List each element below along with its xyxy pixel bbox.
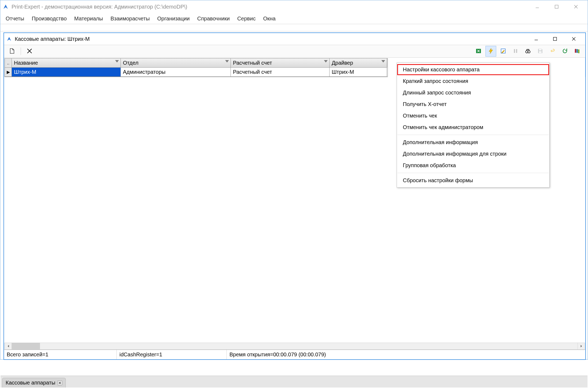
- menu-organizations[interactable]: Организации: [154, 14, 193, 23]
- svg-rect-19: [576, 49, 578, 53]
- minimize-button[interactable]: [528, 1, 547, 13]
- excel-export-icon: [475, 48, 482, 55]
- svg-rect-16: [539, 49, 542, 50]
- child-app-icon: [6, 36, 12, 42]
- refresh-button[interactable]: [560, 46, 570, 57]
- column-header-name-label: Название: [14, 60, 38, 66]
- status-bar: Всего записей=1 idCashRegister=1 Время о…: [4, 350, 585, 359]
- cell-driver[interactable]: Штрих-М: [330, 68, 387, 77]
- scroll-left-button[interactable]: [5, 343, 12, 349]
- columns-icon: [512, 48, 519, 55]
- menu-windows[interactable]: Окна: [259, 14, 279, 23]
- svg-rect-12: [514, 49, 515, 53]
- dropdown-icon[interactable]: [381, 60, 385, 63]
- main-menubar: Отчеты Производство Материалы Взаиморасч…: [0, 13, 588, 24]
- help-button[interactable]: [572, 46, 583, 57]
- cm-long-status[interactable]: Длинный запрос состояния: [397, 87, 549, 98]
- save-button[interactable]: [535, 46, 546, 57]
- delete-button[interactable]: [24, 46, 35, 57]
- edit-button[interactable]: [498, 46, 509, 57]
- cell-name[interactable]: Штрих-М: [12, 68, 121, 77]
- maximize-button[interactable]: [547, 1, 566, 13]
- cm-cashreg-settings[interactable]: Настройки кассового аппарата: [397, 64, 549, 75]
- save-icon: [537, 48, 543, 55]
- undo-icon: [549, 48, 556, 55]
- columns-button[interactable]: [510, 46, 521, 57]
- horizontal-scrollbar[interactable]: [5, 343, 585, 350]
- main-window-controls: [528, 1, 586, 13]
- scroll-track[interactable]: [12, 343, 578, 349]
- document-tab[interactable]: Кассовые аппараты: [2, 378, 66, 387]
- excel-export-button[interactable]: [473, 46, 484, 57]
- new-document-button[interactable]: [7, 46, 17, 57]
- svg-rect-1: [555, 5, 558, 8]
- lightning-icon: [488, 48, 494, 55]
- status-time: Время открытия=00:00.079 (00:00.079): [227, 350, 585, 359]
- menu-directories[interactable]: Справочники: [193, 14, 233, 23]
- cell-dept[interactable]: Администраторы: [121, 68, 231, 77]
- dropdown-icon[interactable]: [115, 60, 119, 63]
- main-sub-strip: [0, 24, 588, 31]
- svg-rect-18: [575, 49, 576, 53]
- dropdown-icon[interactable]: [324, 60, 328, 63]
- cm-short-status[interactable]: Краткий запрос состояния: [397, 75, 549, 87]
- refresh-icon: [562, 48, 568, 55]
- lightning-button[interactable]: [485, 46, 496, 57]
- find-button[interactable]: [523, 46, 533, 57]
- child-titlebar: Кассовые аппараты: Штрих-М: [4, 33, 585, 45]
- row-indicator-header[interactable]: ..: [5, 58, 12, 68]
- cm-extra-info-row[interactable]: Дополнительная информация для строки: [397, 148, 549, 160]
- child-minimize-button[interactable]: [527, 34, 546, 44]
- delete-icon: [26, 48, 33, 55]
- grid-header-row: .. Название Отдел Расчетный счет Дра: [5, 58, 388, 68]
- table-row[interactable]: ▶ Штрих-М Администраторы Расчетный счет …: [5, 68, 388, 77]
- cell-account[interactable]: Расчетный счет: [231, 68, 330, 77]
- menu-reports[interactable]: Отчеты: [2, 14, 28, 23]
- binoculars-icon: [525, 48, 531, 55]
- cm-x-report[interactable]: Получить X-отчет: [397, 98, 549, 110]
- column-header-dept-label: Отдел: [123, 60, 138, 66]
- grid[interactable]: .. Название Отдел Расчетный счет Дра: [5, 58, 388, 77]
- main-window: Print-Expert - демонстрационная версия: …: [0, 0, 588, 360]
- menu-materials[interactable]: Материалы: [71, 14, 107, 23]
- svg-rect-17: [539, 51, 542, 53]
- context-menu-separator: [397, 173, 549, 173]
- column-header-dept[interactable]: Отдел: [121, 58, 231, 68]
- document-tab-strip: Кассовые аппараты: [1, 376, 587, 387]
- undo-button[interactable]: [547, 46, 558, 57]
- scroll-right-button[interactable]: [578, 343, 585, 349]
- cm-group-processing[interactable]: Групповая обработка: [397, 160, 549, 171]
- close-button[interactable]: [566, 1, 586, 13]
- toolbar-separator: [21, 47, 21, 55]
- cm-cancel-check-admin[interactable]: Отменить чек администратором: [397, 122, 549, 133]
- cm-reset-form[interactable]: Сбросить настройки формы: [397, 175, 549, 186]
- column-header-account[interactable]: Расчетный счет: [231, 58, 330, 68]
- scroll-thumb[interactable]: [12, 343, 40, 349]
- current-row-indicator: ▶: [5, 68, 12, 77]
- context-menu[interactable]: Настройки кассового аппарата Краткий зап…: [397, 63, 550, 188]
- app-icon: [2, 3, 9, 10]
- column-header-account-label: Расчетный счет: [233, 60, 272, 66]
- books-icon: [574, 48, 580, 55]
- status-records: Всего записей=1: [4, 350, 117, 359]
- menu-settlements[interactable]: Взаиморасчеты: [107, 14, 154, 23]
- cm-extra-info[interactable]: Дополнительная информация: [397, 137, 549, 148]
- edit-icon: [500, 48, 506, 55]
- svg-rect-5: [553, 37, 557, 41]
- child-close-button[interactable]: [564, 34, 583, 44]
- cm-cancel-check[interactable]: Отменить чек: [397, 110, 549, 122]
- document-tab-close[interactable]: [57, 380, 62, 385]
- dropdown-icon[interactable]: [225, 60, 229, 63]
- menu-service[interactable]: Сервис: [233, 14, 260, 23]
- column-header-name[interactable]: Название: [12, 58, 121, 68]
- menu-production[interactable]: Производство: [28, 14, 70, 23]
- child-window-title: Кассовые аппараты: Штрих-М: [15, 36, 527, 42]
- document-tab-label: Кассовые аппараты: [6, 380, 55, 386]
- context-menu-separator: [397, 135, 549, 135]
- child-toolbar: [4, 45, 585, 58]
- column-header-driver[interactable]: Драйвер: [330, 58, 387, 68]
- main-window-title: Print-Expert - демонстрационная версия: …: [12, 4, 528, 10]
- column-header-driver-label: Драйвер: [332, 60, 353, 66]
- child-maximize-button[interactable]: [546, 34, 564, 44]
- new-document-icon: [9, 48, 15, 55]
